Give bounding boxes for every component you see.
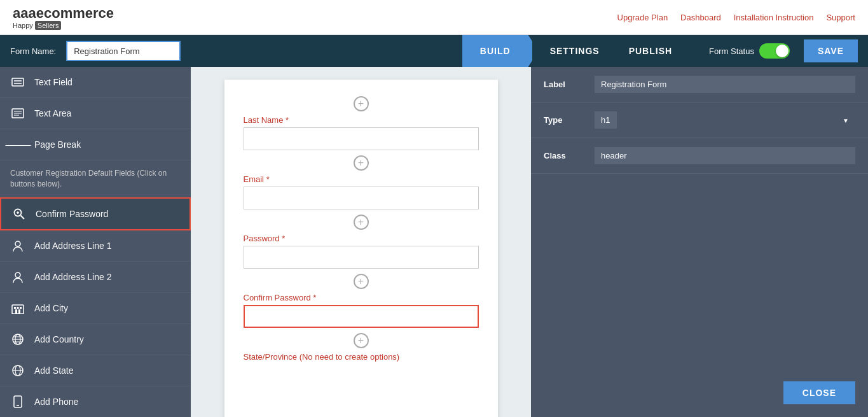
sidebar-item-text-area[interactable]: Text Area: [0, 98, 191, 129]
toolbar-tabs: BUILD SETTINGS PUBLISH: [462, 35, 690, 67]
logo-text: aaaecommerce: [13, 5, 114, 22]
add-phone-label: Add Phone: [34, 397, 78, 407]
prop-row-label: Label: [531, 67, 868, 102]
tab-build[interactable]: BUILD: [462, 35, 539, 67]
field-input-password[interactable]: [244, 246, 479, 269]
page-break-icon: ———: [10, 137, 25, 152]
add-field-after-password[interactable]: +: [354, 274, 369, 289]
sidebar-item-add-state[interactable]: Add State: [0, 355, 191, 386]
sidebar-item-address-line2[interactable]: Add Address Line 2: [0, 262, 191, 293]
field-label-last-name: Last Name *: [244, 115, 479, 125]
toggle-knob: [776, 45, 789, 57]
prop-label-class: Class: [544, 151, 595, 160]
page-break-label: Page Break: [34, 139, 81, 150]
form-status-area: Form Status: [709, 43, 790, 59]
text-field-label: Text Field: [34, 77, 72, 87]
upgrade-plan-link[interactable]: Upgrade Plan: [617, 13, 668, 22]
prop-select-type[interactable]: h1 h2 h3 h4 h5 h6: [595, 111, 617, 129]
svg-rect-0: [12, 78, 24, 86]
nav-links: Upgrade Plan Dashboard Installation Inst…: [617, 13, 855, 22]
add-field-after-confirm-password[interactable]: +: [354, 333, 369, 348]
field-label-state: State/Province (No need to create option…: [244, 352, 479, 362]
field-input-email[interactable]: [244, 187, 479, 209]
logo-sub: Happy Sellers: [13, 22, 114, 29]
toolbar: Form Name: BUILD SETTINGS PUBLISH Form S…: [0, 35, 868, 67]
svg-rect-15: [17, 307, 19, 309]
installation-instruction-link[interactable]: Installation Instruction: [734, 13, 814, 22]
sidebar-item-text-field[interactable]: Text Field: [0, 67, 191, 98]
address-line2-icon: [10, 269, 25, 285]
properties-panel: Label Type h1 h2 h3 h4 h5 h6 Class CLOSE: [531, 67, 868, 417]
svg-point-11: [15, 241, 20, 246]
text-area-icon: [10, 106, 25, 121]
sidebar-note: Customer Registration Default Fields (Cl…: [0, 160, 191, 197]
sidebar-item-add-phone[interactable]: Add Phone: [0, 386, 191, 417]
field-group-state: State/Province (No need to create option…: [244, 352, 479, 362]
confirm-password-icon: [11, 206, 27, 222]
text-field-icon: [10, 74, 25, 90]
logo-badge: Sellers: [35, 21, 62, 30]
field-label-password: Password *: [244, 234, 479, 243]
prop-input-class[interactable]: [595, 147, 855, 164]
dashboard-link[interactable]: Dashboard: [680, 13, 721, 22]
field-label-confirm-password: Confirm Password *: [244, 293, 479, 302]
sidebar-item-address-line1[interactable]: Add Address Line 1: [0, 230, 191, 262]
sidebar-item-confirm-password[interactable]: Confirm Password: [0, 197, 191, 230]
svg-rect-17: [15, 309, 17, 314]
address-line2-label: Add Address Line 2: [34, 272, 111, 282]
sidebar-item-add-country[interactable]: Add Country: [0, 324, 191, 355]
form-canvas: + Last Name * + Email * + Password *: [191, 67, 531, 417]
prop-row-type: Type h1 h2 h3 h4 h5 h6: [531, 102, 868, 138]
svg-rect-16: [20, 307, 22, 309]
sidebar: Text Field Text Area ——— Page Break Cust…: [0, 67, 191, 417]
add-city-label: Add City: [34, 303, 68, 313]
save-button[interactable]: SAVE: [804, 39, 858, 62]
confirm-password-label: Confirm Password: [36, 209, 108, 219]
add-country-icon: [10, 332, 25, 347]
svg-point-12: [15, 272, 20, 278]
top-nav: aaaecommerce Happy Sellers Upgrade Plan …: [0, 0, 868, 35]
tab-settings[interactable]: SETTINGS: [532, 35, 617, 67]
add-field-after-email[interactable]: +: [354, 215, 369, 230]
field-group-last-name: Last Name *: [244, 115, 479, 150]
close-button[interactable]: CLOSE: [783, 381, 855, 404]
prop-row-class: Class: [531, 138, 868, 174]
add-country-label: Add Country: [34, 334, 84, 344]
address-line1-icon: [10, 238, 25, 253]
form-name-label: Form Name:: [10, 46, 56, 56]
svg-rect-14: [14, 307, 16, 309]
svg-rect-13: [12, 305, 24, 314]
prop-label-type: Type: [544, 115, 595, 125]
support-link[interactable]: Support: [826, 13, 855, 22]
address-line1-label: Add Address Line 1: [34, 241, 111, 251]
add-field-after-last-name[interactable]: +: [354, 155, 369, 171]
add-city-icon: [10, 300, 25, 316]
add-state-label: Add State: [34, 365, 74, 376]
add-phone-icon: [10, 394, 25, 409]
sidebar-item-page-break[interactable]: ——— Page Break: [0, 129, 191, 160]
sidebar-item-add-city[interactable]: Add City: [0, 293, 191, 324]
svg-rect-18: [18, 309, 20, 314]
text-area-label: Text Area: [34, 108, 71, 118]
field-group-password: Password *: [244, 234, 479, 269]
form-name-input[interactable]: [66, 41, 181, 61]
svg-line-8: [21, 215, 25, 219]
field-input-confirm-password[interactable]: [244, 305, 479, 328]
form-status-toggle[interactable]: [759, 43, 790, 59]
prop-input-label[interactable]: [595, 76, 855, 93]
logo-area: aaaecommerce Happy Sellers: [13, 5, 114, 29]
field-group-confirm-password: Confirm Password *: [244, 293, 479, 328]
tab-publish[interactable]: PUBLISH: [611, 35, 690, 67]
prop-select-type-wrap: h1 h2 h3 h4 h5 h6: [595, 111, 855, 129]
field-label-email: Email *: [244, 174, 479, 184]
field-input-last-name[interactable]: [244, 127, 479, 150]
form-inner: + Last Name * + Email * + Password *: [224, 80, 498, 417]
main-content: Text Field Text Area ——— Page Break Cust…: [0, 67, 868, 417]
field-group-email: Email *: [244, 174, 479, 209]
add-state-icon: [10, 363, 25, 378]
add-field-top[interactable]: +: [354, 96, 369, 111]
prop-label-label: Label: [544, 80, 595, 89]
form-status-label: Form Status: [709, 46, 754, 56]
